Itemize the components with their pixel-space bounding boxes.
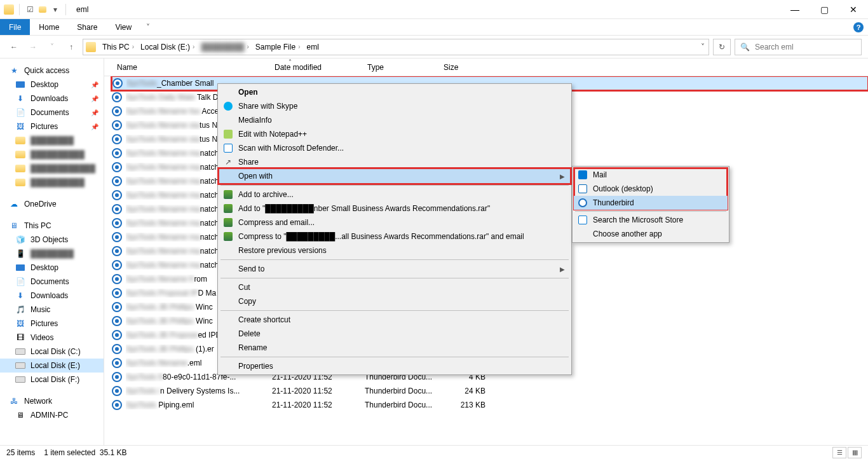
thunderbird-file-icon — [112, 218, 122, 228]
sidebar-hidden-folder[interactable]: ████████████ — [0, 161, 104, 175]
col-size[interactable]: Size — [438, 63, 489, 72]
ctx-send-to[interactable]: Send to▶ — [219, 262, 570, 276]
col-type[interactable]: Type — [362, 63, 438, 72]
sidebar-desktop2[interactable]: Desktop — [0, 261, 104, 275]
thunderbird-file-icon — [112, 246, 122, 256]
thunderbird-file-icon — [112, 316, 122, 326]
nav-recent-dropdown[interactable]: ˅ — [44, 39, 60, 55]
ctx-open[interactable]: Open — [219, 85, 570, 99]
ctx-cut[interactable]: Cut — [219, 280, 570, 294]
sidebar-documents2[interactable]: 📄Documents — [0, 275, 104, 289]
sidebar-quick-access[interactable]: ★Quick access — [0, 64, 104, 78]
sidebar-hidden-folder[interactable]: ██████████ — [0, 147, 104, 161]
crumb-hidden[interactable]: ████████› — [198, 43, 251, 51]
status-bar: 25 items 1 item selected 35.1 KB ☰ ▦ — [0, 445, 868, 459]
thunderbird-file-icon — [112, 386, 122, 396]
view-large-button[interactable]: ▦ — [848, 447, 862, 458]
thunderbird-file-icon — [112, 92, 122, 102]
view-details-button[interactable]: ☰ — [832, 447, 846, 458]
thunderbird-file-icon — [112, 204, 122, 214]
ribbon-collapse-icon[interactable]: ˅ — [140, 19, 156, 35]
ctx-restore[interactable]: Restore previous versions — [219, 243, 570, 257]
ctx-defender[interactable]: Scan with Microsoft Defender... — [219, 141, 570, 155]
thunderbird-file-icon — [112, 106, 122, 116]
nav-back-button[interactable]: ← — [6, 39, 22, 55]
ctx-open-with[interactable]: Open with▶ — [219, 169, 570, 183]
crumb-drive[interactable]: Local Disk (E:)› — [138, 43, 197, 51]
sidebar-downloads2[interactable]: ⬇Downloads — [0, 289, 104, 303]
address-dropdown-icon[interactable]: ˅ — [701, 43, 705, 51]
ctx-skype[interactable]: Share with Skype — [219, 99, 570, 113]
ctx-separator — [220, 185, 569, 186]
ctx-mediainfo[interactable]: MediaInfo — [219, 113, 570, 127]
nav-up-button[interactable]: ↑ — [64, 39, 79, 55]
qat-dropdown-icon[interactable]: ▾ — [50, 4, 60, 15]
tab-view[interactable]: View — [106, 19, 140, 35]
sidebar-onedrive[interactable]: ☁OneDrive — [0, 197, 104, 211]
ctx-delete[interactable]: Delete — [219, 327, 570, 341]
sidebar-3dobjects[interactable]: 🧊3D Objects — [0, 233, 104, 247]
sidebar-hidden-folder[interactable]: ████████ — [0, 134, 104, 147]
sidebar-pictures[interactable]: 🖼Pictures📌 — [0, 120, 104, 134]
sidebar-downloads[interactable]: ⬇Downloads📌 — [0, 92, 104, 106]
ctx-compress-to[interactable]: Compress to "█████████...all Business Aw… — [219, 230, 570, 243]
sub-thunderbird[interactable]: Thunderbird — [574, 196, 728, 210]
sidebar-pictures2[interactable]: 🖼Pictures — [0, 317, 104, 331]
ctx-add-to-rar[interactable]: Add to "█████████nber Small Business Awa… — [219, 202, 570, 216]
maximize-button[interactable]: ▢ — [810, 0, 839, 19]
sub-outlook[interactable]: Outlook (desktop) — [574, 182, 728, 196]
qat-newfolder-icon[interactable] — [37, 4, 48, 15]
close-button[interactable]: ✕ — [839, 0, 868, 19]
crumb-eml[interactable]: eml — [304, 43, 321, 51]
file-row[interactable]: SysTools Piping.eml 21-11-2020 11:52 Thu… — [112, 398, 868, 412]
sub-separator — [575, 211, 726, 212]
help-button[interactable]: ? — [849, 19, 868, 35]
address-bar[interactable]: This PC› Local Disk (E:)› ████████› Samp… — [83, 39, 709, 55]
thunderbird-file-icon — [112, 134, 122, 144]
ctx-add-archive[interactable]: Add to archive... — [219, 188, 570, 202]
col-date[interactable]: Date modified — [269, 63, 362, 72]
tab-share[interactable]: Share — [68, 19, 106, 35]
ctx-copy[interactable]: Copy — [219, 294, 570, 308]
sidebar-diskC[interactable]: Local Disk (C:) — [0, 345, 104, 359]
ribbon-tabs: File Home Share View ˅ ? — [0, 19, 868, 36]
sidebar-diskF[interactable]: Local Disk (F:) — [0, 373, 104, 387]
ctx-compress-email[interactable]: Compress and email... — [219, 216, 570, 230]
address-row: ← → ˅ ↑ This PC› Local Disk (E:)› ██████… — [0, 36, 868, 58]
sidebar-desktop[interactable]: Desktop📌 — [0, 78, 104, 92]
thunderbird-file-icon — [112, 274, 122, 284]
title-bar: ☑ ▾ eml — ▢ ✕ — [0, 0, 868, 19]
ctx-properties[interactable]: Properties — [219, 359, 570, 373]
sidebar-hidden-device[interactable]: 📱████████ — [0, 247, 104, 261]
sidebar-hidden-folder[interactable]: ██████████ — [0, 175, 104, 189]
ctx-create-shortcut[interactable]: Create shortcut — [219, 313, 570, 327]
sidebar-music[interactable]: 🎵Music — [0, 303, 104, 317]
thunderbird-file-icon — [112, 260, 122, 270]
sidebar-diskE[interactable]: Local Disk (E:) — [0, 359, 104, 373]
ctx-notepadpp[interactable]: Edit with Notepad++ — [219, 127, 570, 141]
ctx-share[interactable]: ↗Share — [219, 155, 570, 169]
minimize-button[interactable]: — — [780, 0, 810, 19]
sidebar-thispc[interactable]: 🖥This PC — [0, 219, 104, 233]
nav-forward-button[interactable]: → — [25, 39, 41, 55]
sub-mail[interactable]: Mail — [574, 168, 728, 182]
sidebar-documents[interactable]: 📄Documents📌 — [0, 106, 104, 120]
thunderbird-file-icon — [112, 372, 122, 382]
tab-home[interactable]: Home — [30, 19, 68, 35]
sub-another[interactable]: Choose another app — [574, 227, 728, 241]
ctx-rename[interactable]: Rename — [219, 341, 570, 355]
file-row[interactable]: SysTools in Delivery Systems Is... 21-11… — [112, 384, 868, 398]
refresh-button[interactable]: ↻ — [713, 39, 731, 55]
sidebar-videos[interactable]: 🎞Videos — [0, 331, 104, 345]
crumb-samplefile[interactable]: Sample File› — [253, 43, 303, 51]
crumb-thispc[interactable]: This PC› — [100, 43, 137, 51]
col-name[interactable]: Name — [112, 63, 269, 72]
sidebar-adminpc[interactable]: 🖥ADMIN-PC — [0, 408, 104, 422]
tab-file[interactable]: File — [0, 19, 30, 35]
sort-indicator-icon: ˄ — [288, 58, 292, 65]
sub-store[interactable]: Search the Microsoft Store — [574, 213, 728, 227]
thunderbird-file-icon — [112, 232, 122, 242]
sidebar-network[interactable]: 🖧Network — [0, 394, 104, 408]
qat-properties-icon[interactable]: ☑ — [25, 4, 35, 15]
search-box[interactable]: 🔍 Search eml — [735, 39, 862, 55]
